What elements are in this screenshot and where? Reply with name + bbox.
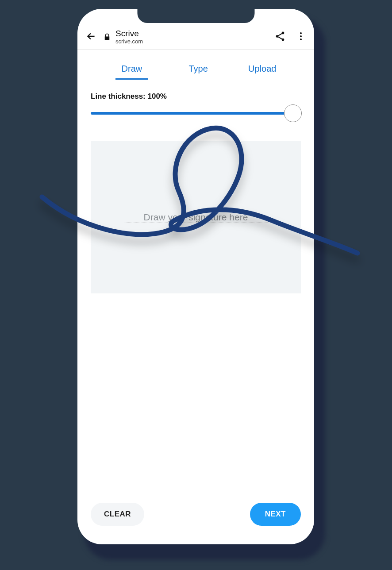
slider-track bbox=[91, 112, 301, 115]
svg-point-0 bbox=[282, 31, 284, 34]
thickness-section: Line thickness: 100% bbox=[77, 80, 314, 122]
thickness-label: Line thickness: 100% bbox=[91, 92, 301, 101]
svg-point-1 bbox=[276, 35, 279, 38]
tabs: Draw Type Upload bbox=[77, 50, 314, 80]
signature-canvas[interactable]: Draw your signature here bbox=[91, 141, 301, 293]
signature-baseline bbox=[124, 223, 268, 223]
back-arrow-icon bbox=[85, 31, 97, 42]
share-button[interactable] bbox=[274, 31, 289, 44]
next-button[interactable]: NEXT bbox=[250, 503, 301, 526]
svg-point-2 bbox=[282, 38, 284, 41]
footer-actions: CLEAR NEXT bbox=[91, 503, 301, 526]
site-url: scrive.com bbox=[115, 39, 143, 45]
site-name: Scrive bbox=[115, 29, 143, 39]
share-icon bbox=[274, 31, 286, 42]
slider-thumb[interactable] bbox=[284, 104, 302, 122]
tab-upload[interactable]: Upload bbox=[248, 64, 276, 80]
svg-point-5 bbox=[300, 39, 302, 40]
clear-button[interactable]: CLEAR bbox=[91, 503, 144, 526]
thickness-slider[interactable] bbox=[91, 104, 301, 122]
more-button[interactable] bbox=[296, 31, 306, 43]
phone-notch bbox=[137, 9, 254, 23]
more-vertical-icon bbox=[296, 31, 306, 42]
tab-type[interactable]: Type bbox=[188, 64, 208, 80]
canvas-placeholder: Draw your signature here bbox=[144, 212, 248, 223]
site-info[interactable]: Scrive scrive.com bbox=[103, 29, 268, 45]
lock-icon bbox=[103, 33, 111, 41]
svg-point-4 bbox=[300, 35, 302, 37]
svg-point-3 bbox=[300, 32, 302, 34]
back-button[interactable] bbox=[85, 31, 97, 44]
phone-frame: Scrive scrive.com Draw Type Upload bbox=[77, 9, 314, 544]
tab-draw[interactable]: Draw bbox=[115, 64, 149, 80]
screen: Scrive scrive.com Draw Type Upload bbox=[77, 9, 314, 544]
